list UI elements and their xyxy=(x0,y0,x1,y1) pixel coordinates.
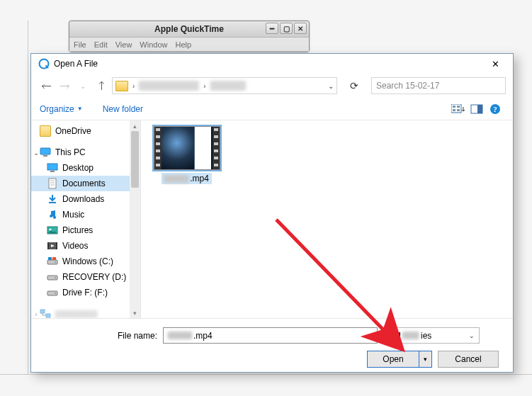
filename-label: File name: xyxy=(44,331,157,341)
refresh-button[interactable]: ⟳ xyxy=(346,77,363,94)
expander-icon[interactable]: › xyxy=(33,310,40,318)
sidebar-item-windows-c[interactable]: Windows (C:) xyxy=(31,254,140,269)
svg-point-25 xyxy=(55,261,56,263)
open-file-dialog: Open A File ✕ 🡐 🡒 ⌄ 🡑 › › ⌄ ⟳ Search 15-… xyxy=(30,53,514,373)
svg-text:?: ? xyxy=(493,105,497,113)
quicktime-icon xyxy=(38,58,50,69)
tree-scrollbar[interactable]: ▴ ▾ xyxy=(130,120,140,318)
sidebar-item-videos[interactable]: Videos xyxy=(31,238,140,254)
new-folder-label: New folder xyxy=(103,104,143,114)
quicktime-titlebar[interactable]: Apple QuickTime ━ ▢ ✕ xyxy=(69,21,309,38)
sidebar-item-network[interactable]: › xyxy=(31,306,140,318)
sidebar-item-desktop[interactable]: Desktop xyxy=(31,160,140,176)
organize-menu[interactable]: Organize ▼ xyxy=(40,104,83,114)
breadcrumb-dropdown[interactable]: ⌄ xyxy=(328,82,334,90)
folder-icon xyxy=(115,81,128,91)
chevron-down-icon[interactable]: ⌄ xyxy=(367,332,373,339)
help-button[interactable]: ? xyxy=(486,101,504,117)
expander-icon[interactable]: ⌄ xyxy=(33,149,40,157)
chevron-down-icon: ▼ xyxy=(77,106,83,112)
menu-edit[interactable]: Edit xyxy=(94,40,108,49)
file-list[interactable]: .mp4 xyxy=(141,120,513,318)
dialog-toolbar: Organize ▼ New folder ? xyxy=(31,98,513,120)
svg-rect-14 xyxy=(49,179,56,188)
sidebar-item-downloads[interactable]: Downloads xyxy=(31,191,140,207)
new-folder-button[interactable]: New folder xyxy=(103,104,143,114)
recent-dropdown[interactable]: ⌄ xyxy=(75,78,91,94)
drive-icon xyxy=(47,256,58,267)
svg-rect-2 xyxy=(453,106,455,108)
sidebar-item-label xyxy=(55,310,98,318)
svg-rect-33 xyxy=(46,314,50,317)
file-label: .mp4 xyxy=(162,173,212,184)
scroll-up-icon[interactable]: ▴ xyxy=(130,120,140,131)
search-input[interactable]: Search 15-02-17 xyxy=(371,77,506,94)
svg-point-31 xyxy=(55,293,56,294)
preview-button[interactable] xyxy=(468,101,486,117)
chevron-icon: › xyxy=(132,82,135,90)
drive-icon xyxy=(47,287,58,298)
svg-rect-27 xyxy=(52,257,56,260)
scroll-thumb[interactable] xyxy=(131,131,139,188)
drive-icon xyxy=(47,271,58,283)
sidebar-item-label: Documents xyxy=(62,179,106,188)
videos-icon xyxy=(47,240,58,251)
filename-input[interactable]: .mp4 ⌄ xyxy=(163,327,378,344)
sidebar-item-documents[interactable]: Documents xyxy=(31,176,140,191)
back-button[interactable]: 🡐 xyxy=(38,78,54,94)
forward-button[interactable]: 🡒 xyxy=(57,78,72,94)
breadcrumb-segment-1[interactable] xyxy=(139,81,199,91)
open-dropdown-button[interactable]: ▾ xyxy=(419,351,432,368)
svg-rect-26 xyxy=(48,257,52,260)
menu-view[interactable]: View xyxy=(115,40,132,49)
sidebar-item-recovery-d[interactable]: RECOVERY (D:) xyxy=(31,269,140,285)
music-icon xyxy=(47,209,58,220)
thispc-icon xyxy=(40,147,51,158)
sidebar-item-label: Drive F: (F:) xyxy=(62,288,108,298)
sidebar-item-thispc[interactable]: ⌄ This PC xyxy=(31,145,140,160)
dialog-body: OneDrive ⌄ This PC Desktop Docum xyxy=(31,120,513,318)
svg-rect-7 xyxy=(477,105,482,113)
desktop-icon xyxy=(47,162,58,174)
file-item[interactable]: .mp4 xyxy=(149,126,224,184)
quicktime-window: Apple QuickTime ━ ▢ ✕ File Edit View Win… xyxy=(69,21,310,52)
breadcrumb-segment-2[interactable] xyxy=(210,81,246,91)
view-mode-button[interactable] xyxy=(449,101,468,117)
svg-point-29 xyxy=(55,277,56,278)
svg-rect-13 xyxy=(50,171,55,172)
organize-label: Organize xyxy=(40,104,74,114)
svg-point-20 xyxy=(50,229,52,231)
chevron-icon: › xyxy=(203,82,205,90)
breadcrumb[interactable]: › › ⌄ xyxy=(112,77,337,94)
sidebar-item-label: Windows (C:) xyxy=(62,256,113,266)
dialog-nav-row: 🡐 🡒 ⌄ 🡑 › › ⌄ ⟳ Search 15-02-17 xyxy=(31,74,513,98)
sidebar-item-drive-f[interactable]: Drive F: (F:) xyxy=(31,285,140,300)
close-button[interactable]: ✕ xyxy=(294,23,307,34)
svg-rect-22 xyxy=(47,242,49,249)
minimize-button[interactable]: ━ xyxy=(266,23,278,34)
sidebar-item-label: Music xyxy=(62,210,84,220)
sidebar-item-label: Downloads xyxy=(62,194,104,204)
sidebar-item-label: Desktop xyxy=(62,163,94,173)
sidebar-item-label: Videos xyxy=(62,241,88,251)
open-button[interactable]: Open xyxy=(367,351,419,368)
sidebar-item-pictures[interactable]: Pictures xyxy=(31,222,140,238)
scroll-down-icon[interactable]: ▾ xyxy=(130,307,140,318)
svg-rect-4 xyxy=(453,109,455,111)
menu-window[interactable]: Window xyxy=(140,40,167,49)
dialog-close-button[interactable]: ✕ xyxy=(482,57,509,71)
sidebar-item-label: Pictures xyxy=(62,225,93,235)
svg-rect-11 xyxy=(43,155,47,157)
menu-file[interactable]: File xyxy=(74,40,86,49)
sidebar-item-label: OneDrive xyxy=(55,126,91,136)
dialog-titlebar[interactable]: Open A File ✕ xyxy=(31,54,513,74)
up-button[interactable]: 🡑 xyxy=(94,78,109,94)
filetype-select[interactable]: Mies ⌄ xyxy=(389,327,480,344)
menu-help[interactable]: Help xyxy=(175,40,191,49)
folder-icon xyxy=(40,125,51,137)
cancel-button[interactable]: Cancel xyxy=(438,351,499,368)
sidebar-item-music[interactable]: Music xyxy=(31,207,140,222)
maximize-button[interactable]: ▢ xyxy=(280,23,293,34)
sidebar-item-onedrive[interactable]: OneDrive xyxy=(31,123,140,139)
file-thumbnail xyxy=(154,126,220,170)
